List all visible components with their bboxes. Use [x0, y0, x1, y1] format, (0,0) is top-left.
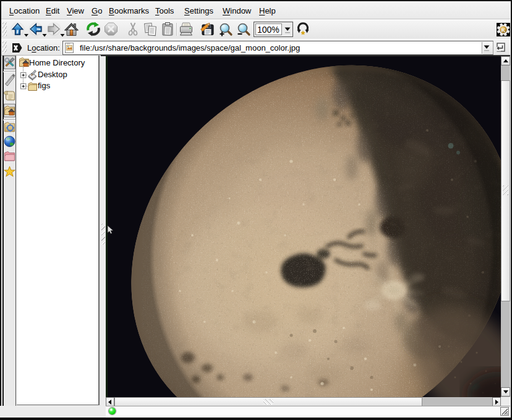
svg-text:figs: figs: [38, 81, 51, 90]
svg-text:K: K: [501, 27, 506, 33]
svg-text:Home Directory: Home Directory: [29, 58, 85, 67]
svg-text:100%: 100%: [257, 25, 279, 35]
svg-text:Desktop: Desktop: [38, 70, 67, 79]
